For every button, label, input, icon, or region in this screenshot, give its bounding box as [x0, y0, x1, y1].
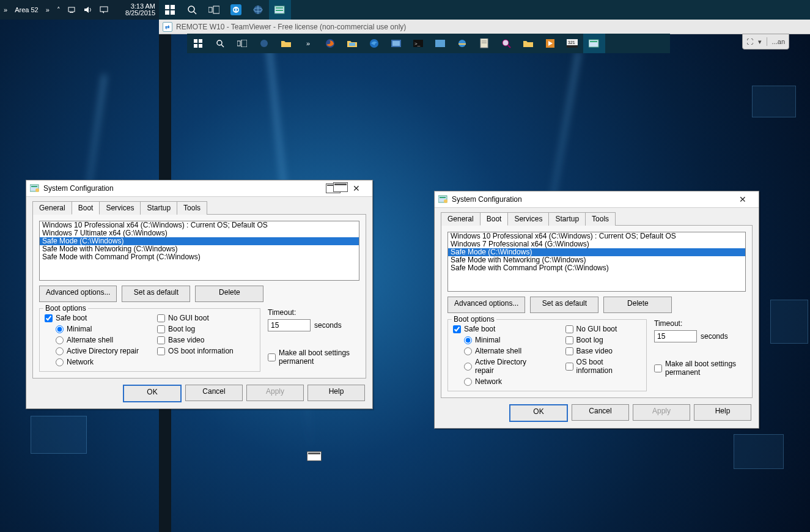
ok-button[interactable]: OK [123, 385, 182, 402]
tab-services[interactable]: Services [507, 212, 549, 226]
close-icon[interactable]: ✕ [344, 182, 369, 194]
svg-point-54 [35, 188, 39, 192]
cmd-icon[interactable]: >_ [407, 34, 429, 53]
cancel-button[interactable]: Cancel [572, 404, 629, 421]
advanced-options-button[interactable]: Advanced options... [447, 297, 525, 313]
advanced-options-button[interactable]: Advanced options... [39, 286, 117, 302]
help-button[interactable]: Help [694, 404, 751, 421]
delete-button[interactable]: Delete [603, 297, 672, 313]
boot-log-checkbox[interactable]: Boot log [157, 325, 234, 333]
app-icon[interactable] [429, 34, 451, 53]
edge-icon[interactable] [363, 34, 385, 53]
minimal-radio[interactable]: Minimal [56, 325, 139, 333]
window-titlebar[interactable]: System Configuration ✕ [26, 180, 372, 197]
window-titlebar[interactable]: System Configuration ✕ [435, 191, 759, 208]
base-video-checkbox[interactable]: Base video [565, 347, 641, 355]
tab-boot[interactable]: Boot [72, 201, 100, 215]
svg-rect-29 [241, 40, 247, 47]
chevrons-icon[interactable]: » [0, 0, 11, 20]
network-radio[interactable]: Network [464, 377, 547, 386]
explorer-icon[interactable] [341, 34, 363, 53]
folder-icon[interactable] [275, 34, 297, 53]
boot-log-checkbox[interactable]: Boot log [565, 336, 641, 344]
search-icon[interactable] [209, 34, 231, 53]
svg-rect-7 [165, 10, 169, 15]
host-label[interactable]: Area 52 [11, 0, 42, 20]
alternate-shell-radio[interactable]: Alternate shell [464, 347, 547, 355]
start-icon[interactable] [187, 34, 209, 53]
list-item[interactable]: Safe Mode with Command Prompt (C:\Window… [40, 253, 359, 261]
base-video-checkbox[interactable]: Base video [157, 336, 234, 344]
firefox-icon[interactable] [319, 34, 341, 53]
cancel-button[interactable]: Cancel [185, 385, 243, 401]
fullscreen-icon[interactable]: ⛶ [746, 38, 753, 45]
tab-boot[interactable]: Boot [480, 212, 509, 226]
svg-marker-2 [84, 7, 89, 13]
set-default-button[interactable]: Set as default [530, 297, 598, 313]
svg-rect-21 [276, 10, 283, 11]
chevrons-icon[interactable]: » [42, 0, 53, 20]
msconfig-taskbar-icon[interactable] [583, 34, 605, 53]
host-clock[interactable]: 3:13 AM 8/25/2015 [122, 1, 159, 19]
help-button[interactable]: Help [307, 385, 365, 401]
globe-icon[interactable] [247, 0, 269, 20]
chevron-down-icon[interactable]: ▾ [758, 38, 762, 46]
boot-entry-list[interactable]: Windows 10 Professional x64 (C:\Windows)… [447, 232, 746, 292]
chevrons-icon[interactable]: » [297, 34, 319, 53]
network-radio[interactable]: Network [56, 358, 139, 366]
maximize-icon[interactable] [333, 182, 348, 192]
svg-rect-12 [213, 6, 219, 13]
folder-icon[interactable] [517, 34, 539, 53]
tab-startup[interactable]: Startup [548, 212, 586, 226]
taskview-icon[interactable] [231, 34, 253, 53]
tab-startup[interactable]: Startup [140, 201, 177, 215]
set-default-button[interactable]: Set as default [122, 286, 190, 302]
safe-boot-checkbox[interactable]: Safe boot [453, 325, 547, 333]
browser-icon[interactable] [253, 34, 275, 53]
maximize-icon[interactable] [307, 451, 322, 461]
os-info-checkbox[interactable]: OS boot information [565, 358, 641, 375]
app-icon[interactable] [385, 34, 407, 53]
ad-repair-radio[interactable]: Active Directory repair [464, 358, 547, 375]
search-icon[interactable] [181, 0, 203, 20]
ie-icon[interactable] [451, 34, 473, 53]
make-permanent-checkbox[interactable]: Make all boot settings permanent [268, 349, 359, 366]
no-gui-checkbox[interactable]: No GUI boot [565, 325, 641, 333]
tab-tools[interactable]: Tools [177, 201, 207, 215]
boot-entry-list[interactable]: Windows 10 Professional x64 (C:\Windows)… [39, 221, 359, 281]
timeout-input[interactable] [654, 330, 697, 342]
media-icon[interactable] [539, 34, 561, 53]
make-permanent-checkbox[interactable]: Make all boot settings permanent [654, 360, 746, 377]
svg-line-27 [221, 45, 224, 47]
list-item[interactable]: Safe Mode with Command Prompt (C:\Window… [448, 264, 745, 272]
teamviewer-icon[interactable] [225, 0, 247, 20]
timeout-input[interactable] [268, 319, 311, 331]
ok-button[interactable]: OK [509, 404, 568, 422]
mpc-icon[interactable]: 321 [561, 34, 583, 53]
notifications-icon[interactable] [96, 0, 112, 20]
teamviewer-toolbar[interactable]: ⛶ ▾ ...an [742, 34, 789, 50]
msconfig-taskbar-icon[interactable] [269, 0, 291, 20]
ad-repair-radio[interactable]: Active Directory repair [56, 347, 139, 355]
start-icon[interactable] [159, 0, 181, 20]
os-info-checkbox[interactable]: OS boot information [157, 347, 234, 355]
volume-icon[interactable] [80, 0, 96, 20]
notepad-icon[interactable] [473, 34, 495, 53]
taskview-icon[interactable] [203, 0, 225, 20]
chevron-up-icon[interactable]: ˄ [53, 0, 64, 20]
network-icon[interactable] [64, 0, 80, 20]
delete-button[interactable]: Delete [195, 286, 263, 302]
minimal-radio[interactable]: Minimal [464, 336, 547, 344]
tab-services[interactable]: Services [99, 201, 141, 215]
tab-tools[interactable]: Tools [585, 212, 616, 226]
tab-general[interactable]: General [32, 201, 72, 215]
search-app-icon[interactable] [495, 34, 517, 53]
no-gui-checkbox[interactable]: No GUI boot [157, 314, 234, 322]
close-icon[interactable]: ✕ [731, 193, 755, 205]
alternate-shell-radio[interactable]: Alternate shell [56, 336, 139, 344]
timeout-label: Timeout: [654, 319, 746, 328]
apply-button[interactable]: Apply [246, 385, 304, 401]
apply-button[interactable]: Apply [633, 404, 690, 421]
safe-boot-checkbox[interactable]: Safe boot [45, 314, 139, 322]
tab-general[interactable]: General [441, 212, 480, 226]
